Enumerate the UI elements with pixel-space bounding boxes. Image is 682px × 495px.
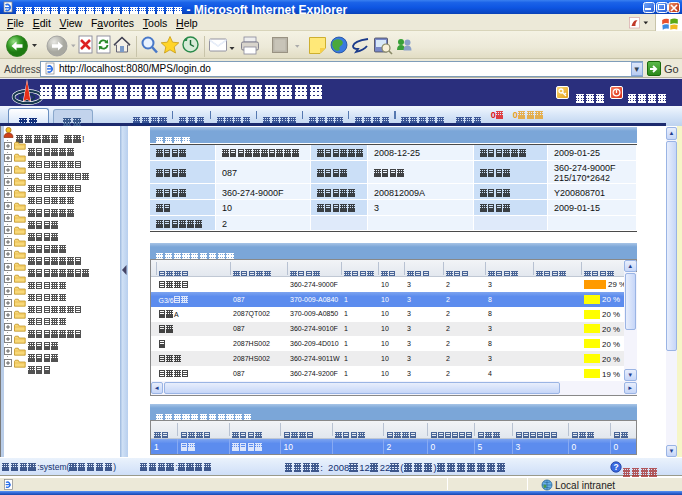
svg-text:?: ? — [613, 462, 618, 472]
